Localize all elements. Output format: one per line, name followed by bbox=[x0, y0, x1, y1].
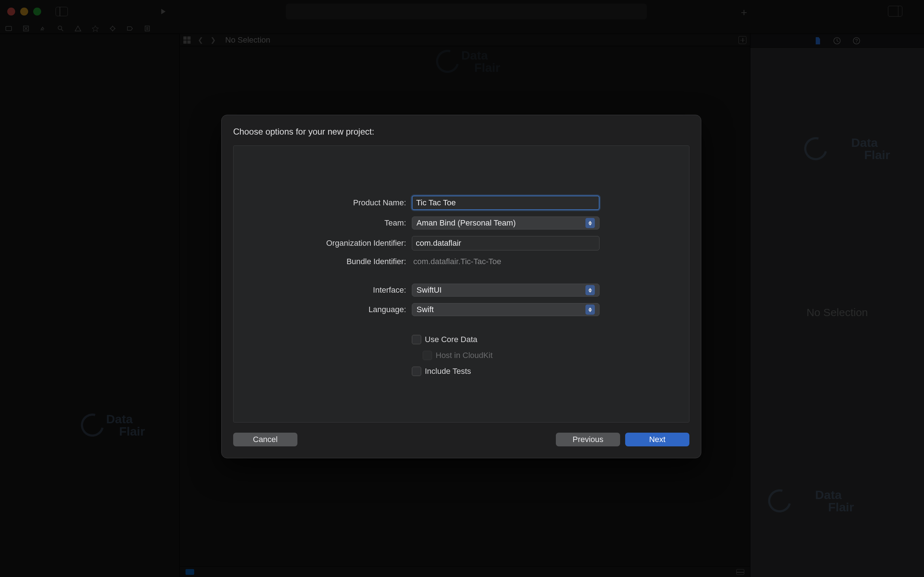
sheet-title: Choose options for your new project: bbox=[233, 127, 689, 137]
sheet-button-row: Cancel Previous Next bbox=[233, 433, 689, 446]
org-id-input[interactable] bbox=[412, 236, 600, 250]
bundle-id-label: Bundle Identifier: bbox=[323, 257, 406, 266]
select-stepper-icon bbox=[585, 305, 595, 315]
cloudkit-checkbox-label: Host in CloudKit bbox=[435, 351, 493, 360]
team-label: Team: bbox=[323, 218, 406, 228]
core-data-checkbox-label: Use Core Data bbox=[425, 335, 477, 344]
select-stepper-icon bbox=[585, 285, 595, 295]
product-name-label: Product Name: bbox=[323, 198, 406, 208]
team-select[interactable]: Aman Bind (Personal Team) bbox=[412, 216, 600, 229]
language-select-value: Swift bbox=[416, 305, 434, 314]
interface-select[interactable]: SwiftUI bbox=[412, 284, 600, 297]
checkbox-icon bbox=[422, 351, 432, 360]
sheet-form-area: Product Name: Team: Aman Bind (Personal … bbox=[233, 145, 689, 422]
product-name-input[interactable] bbox=[412, 196, 600, 210]
team-select-value: Aman Bind (Personal Team) bbox=[416, 218, 516, 228]
cloudkit-checkbox-row: Host in CloudKit bbox=[422, 351, 600, 360]
language-select[interactable]: Swift bbox=[412, 303, 600, 316]
next-button[interactable]: Next bbox=[625, 433, 689, 446]
language-label: Language: bbox=[323, 305, 406, 314]
include-tests-checkbox-row[interactable]: Include Tests bbox=[412, 367, 600, 376]
previous-button[interactable]: Previous bbox=[556, 433, 620, 446]
select-stepper-icon bbox=[585, 218, 595, 228]
include-tests-checkbox-label: Include Tests bbox=[425, 367, 471, 376]
org-id-label: Organization Identifier: bbox=[323, 239, 406, 248]
cancel-button[interactable]: Cancel bbox=[233, 433, 297, 446]
interface-label: Interface: bbox=[323, 285, 406, 295]
interface-select-value: SwiftUI bbox=[416, 285, 442, 295]
new-project-options-sheet: Choose options for your new project: Pro… bbox=[221, 115, 701, 458]
checkbox-icon[interactable] bbox=[412, 367, 421, 376]
bundle-id-value: com.dataflair.Tic-Tac-Toe bbox=[412, 257, 600, 266]
core-data-checkbox-row[interactable]: Use Core Data bbox=[412, 335, 600, 344]
checkbox-icon[interactable] bbox=[412, 335, 421, 344]
